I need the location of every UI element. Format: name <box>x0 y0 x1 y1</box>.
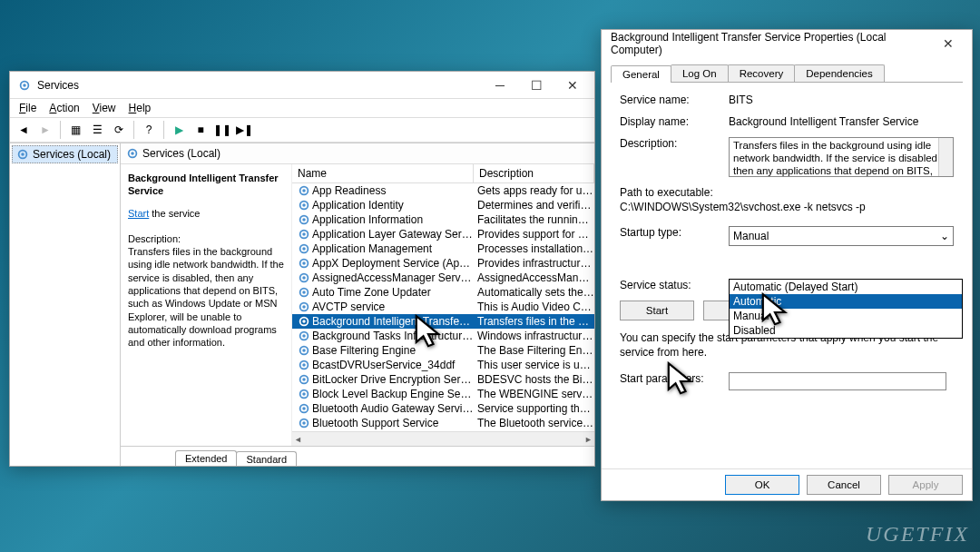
tab-logon[interactable]: Log On <box>671 64 729 82</box>
service-row[interactable]: Background Tasks Infrastructure S...Wind… <box>292 329 594 343</box>
column-header-description[interactable]: Description <box>474 164 594 182</box>
service-row[interactable]: AppX Deployment Service (AppXSVC)Provide… <box>292 256 594 271</box>
menu-file[interactable]: File <box>14 101 42 115</box>
cancel-button[interactable]: Cancel <box>807 475 881 495</box>
nav-forward-button[interactable]: ► <box>35 120 55 140</box>
description-pane: Background Intelligent Transfer Service … <box>121 164 291 446</box>
svg-point-11 <box>302 218 306 222</box>
service-name: Application Identity <box>312 199 474 212</box>
service-description: This user service is used fc <box>474 359 594 371</box>
restart-service-button[interactable]: ▶❚ <box>234 120 254 140</box>
start-button[interactable]: Start <box>620 301 694 320</box>
service-row[interactable]: BcastDVRUserService_34ddfThis user servi… <box>292 358 594 372</box>
service-description: This is Audio Video Contr <box>474 301 594 313</box>
service-row[interactable]: AVCTP serviceThis is Audio Video Contr <box>292 300 594 314</box>
display-name-label: Display name: <box>620 115 729 128</box>
gear-icon <box>296 301 312 313</box>
close-button[interactable]: ✕ <box>554 73 591 98</box>
description-scrollbar[interactable] <box>938 138 953 176</box>
service-row[interactable]: App ReadinessGets apps ready for use th <box>292 183 594 198</box>
tab-recovery[interactable]: Recovery <box>728 64 796 82</box>
menu-action[interactable]: Action <box>44 101 84 115</box>
gear-icon <box>296 402 312 415</box>
service-row[interactable]: AssignedAccessManager ServiceAssignedAcc… <box>292 271 594 285</box>
properties-button[interactable]: ☰ <box>87 120 107 140</box>
start-params-input[interactable] <box>729 372 946 390</box>
service-row[interactable]: BitLocker Drive Encryption ServiceBDESVC… <box>292 372 594 387</box>
dropdown-option[interactable]: Automatic (Delayed Start) <box>730 280 962 294</box>
service-row[interactable]: Application IdentityDetermines and verif… <box>292 198 594 212</box>
service-row[interactable]: Base Filtering EngineThe Base Filtering … <box>292 343 594 358</box>
start-params-label: Start parameters: <box>620 372 729 385</box>
service-name: AVCTP service <box>312 301 474 313</box>
column-header-name[interactable]: Name <box>292 164 474 182</box>
dialog-close-button[interactable]: ✕ <box>930 31 966 56</box>
show-hide-tree-button[interactable]: ▦ <box>65 120 85 140</box>
apply-button: Apply <box>888 475 963 495</box>
start-service-button[interactable]: ▶ <box>169 120 189 140</box>
gear-icon <box>296 286 312 299</box>
refresh-button[interactable]: ⟳ <box>109 120 129 140</box>
gear-icon <box>296 242 312 255</box>
svg-point-13 <box>302 232 306 236</box>
menubar: File Action View Help <box>10 99 594 117</box>
gear-icon <box>296 330 312 342</box>
description-textbox[interactable]: Transfers files in the background using … <box>729 137 954 177</box>
help-button[interactable]: ? <box>139 120 159 140</box>
gear-icon <box>296 344 312 357</box>
start-service-link[interactable]: Start <box>128 208 149 219</box>
dropdown-option[interactable]: Disabled <box>730 323 962 338</box>
service-row[interactable]: Bluetooth Support ServiceThe Bluetooth s… <box>292 416 594 430</box>
dropdown-option[interactable]: Manual <box>730 309 962 323</box>
tab-general[interactable]: General <box>611 65 671 83</box>
service-row[interactable]: Application Layer Gateway ServiceProvide… <box>292 227 594 242</box>
horizontal-scrollbar[interactable]: ◄► <box>292 431 594 446</box>
menu-help[interactable]: Help <box>123 101 157 115</box>
service-row[interactable]: Bluetooth Audio Gateway ServiceService s… <box>292 401 594 416</box>
dialog-titlebar: Background Intelligent Transfer Service … <box>602 30 972 57</box>
tab-standard[interactable]: Standard <box>236 451 297 466</box>
tree-root-item[interactable]: Services (Local) <box>12 145 118 163</box>
gear-icon <box>296 359 312 371</box>
display-name-value: Background Intelligent Transfer Service <box>729 115 954 128</box>
minimize-button[interactable]: ─ <box>482 73 518 98</box>
menu-view[interactable]: View <box>87 101 122 115</box>
window-title: Services <box>37 79 482 92</box>
service-description: Determines and verifies th <box>474 199 594 212</box>
tab-extended[interactable]: Extended <box>175 450 237 466</box>
gear-icon <box>296 271 312 284</box>
service-description: AssignedAccessManager <box>474 271 594 284</box>
gear-icon <box>296 199 312 212</box>
svg-point-17 <box>302 261 306 265</box>
service-row[interactable]: Auto Time Zone UpdaterAutomatically sets… <box>292 285 594 300</box>
service-row[interactable]: Application InformationFacilitates the r… <box>292 212 594 227</box>
svg-point-39 <box>302 421 306 425</box>
service-name: Auto Time Zone Updater <box>312 286 474 299</box>
pause-service-button[interactable]: ❚❚ <box>212 120 232 140</box>
service-name: Block Level Backup Engine Service <box>312 388 474 400</box>
dialog-tabs: General Log On Recovery Dependencies <box>611 64 963 83</box>
stop-service-button[interactable]: ■ <box>191 120 211 140</box>
watermark: UGETFIX <box>866 522 969 547</box>
service-description: The Bluetooth service sup <box>474 417 594 429</box>
startup-type-select[interactable]: Manual ⌄ <box>729 226 954 246</box>
description-heading: Description: <box>128 232 284 245</box>
service-description: BDESVC hosts the BitLock <box>474 373 594 386</box>
svg-point-29 <box>302 349 306 352</box>
service-name: Application Layer Gateway Service <box>312 228 474 241</box>
service-row[interactable]: Application ManagementProcesses installa… <box>292 242 594 256</box>
service-row[interactable]: Background Intelligent Transfer ServiceT… <box>292 314 594 329</box>
service-name-label: Service name: <box>620 94 729 106</box>
nav-back-button[interactable]: ◄ <box>14 120 34 140</box>
service-row[interactable]: Block Level Backup Engine ServiceThe WBE… <box>292 387 594 401</box>
maximize-button[interactable]: ☐ <box>518 73 554 98</box>
service-description: Processes installation, rem <box>474 242 594 255</box>
ok-button[interactable]: OK <box>725 475 799 495</box>
service-description: Transfers files in the back <box>474 315 594 328</box>
service-description: Gets apps ready for use th <box>474 184 594 197</box>
services-window: Services ─ ☐ ✕ File Action View Help ◄ ►… <box>9 71 595 467</box>
description-text: Transfers files in the background using … <box>128 245 284 349</box>
tab-dependencies[interactable]: Dependencies <box>794 64 885 82</box>
dropdown-option[interactable]: Automatic <box>730 294 962 309</box>
svg-point-5 <box>131 152 134 155</box>
